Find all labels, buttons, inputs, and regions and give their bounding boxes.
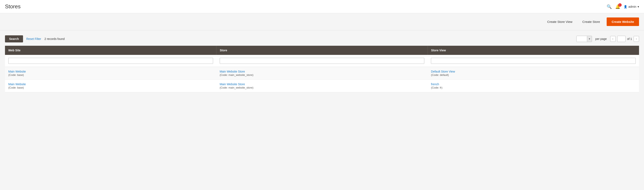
pagination: 20 ▾ per page ‹ 1 of 1 › [576, 36, 639, 42]
per-page-input[interactable]: 20 [576, 36, 587, 42]
website-link[interactable]: Main Website [8, 70, 213, 73]
create-store-view-button[interactable]: Create Store View [544, 18, 576, 26]
search-icon: 🔍 [607, 4, 612, 9]
website-filter-input[interactable] [8, 58, 213, 64]
col-store-view: Store View [428, 46, 639, 55]
store-view-filter-input[interactable] [431, 58, 636, 64]
store-view-code: (Code: default) [431, 73, 449, 77]
store-code: (Code: main_website_store) [220, 86, 254, 89]
store-view-code: (Code: fr) [431, 86, 442, 89]
next-page-button[interactable]: › [634, 36, 639, 42]
website-cell: Main Website (Code: base) [5, 67, 216, 80]
notification-badge: 1 [618, 3, 622, 7]
website-code: (Code: base) [8, 73, 24, 77]
page-title: Stores [5, 3, 20, 10]
col-store: Store [216, 46, 428, 55]
filter-left: Search Reset Filter 2 records found [5, 35, 65, 42]
website-link[interactable]: Main Website [8, 83, 213, 86]
per-page-dropdown-button[interactable]: ▾ [587, 36, 592, 42]
website-cell: Main Website (Code: base) [5, 80, 216, 92]
action-bar: Create Store View Create Store Create We… [0, 13, 644, 30]
reset-filter-button[interactable]: Reset Filter [26, 37, 41, 41]
page-header: Stores 🔍 🔔 1 👤 admin ▾ [0, 0, 644, 13]
main-content: Search Reset Filter 2 records found 20 ▾… [0, 30, 644, 97]
per-page-select-wrap: 20 ▾ [576, 36, 592, 42]
store-cell: Main Website Store (Code: main_website_s… [216, 80, 428, 92]
store-code: (Code: main_website_store) [220, 73, 254, 77]
table-row: Main Website (Code: base) Main Website S… [5, 80, 639, 92]
admin-menu-button[interactable]: 👤 admin ▾ [624, 5, 639, 8]
filter-bar: Search Reset Filter 2 records found 20 ▾… [5, 35, 639, 42]
of-label: of 1 [627, 37, 632, 41]
create-website-button[interactable]: Create Website [607, 18, 639, 26]
notification-icon-button[interactable]: 🔔 1 [615, 4, 620, 9]
admin-label: admin [628, 5, 636, 8]
store-view-cell: french (Code: fr) [428, 80, 639, 92]
records-found: 2 records found [44, 37, 64, 41]
store-view-link[interactable]: french [431, 83, 636, 86]
table-header-row: Web Site Store Store View [5, 46, 639, 55]
per-page-label: per page [595, 37, 607, 41]
website-code: (Code: base) [8, 86, 24, 89]
search-icon-button[interactable]: 🔍 [607, 4, 612, 9]
store-view-link[interactable]: Default Store View [431, 70, 636, 73]
create-store-button[interactable]: Create Store [579, 18, 603, 26]
store-filter-input[interactable] [220, 58, 424, 64]
store-link[interactable]: Main Website Store [220, 83, 424, 86]
store-cell: Main Website Store (Code: main_website_s… [216, 67, 428, 80]
page-number-input[interactable]: 1 [617, 36, 626, 42]
table-filter-row [5, 55, 639, 67]
store-view-cell: Default Store View (Code: default) [428, 67, 639, 80]
prev-page-button[interactable]: ‹ [610, 36, 616, 42]
chevron-down-icon: ▾ [638, 5, 639, 8]
header-icons: 🔍 🔔 1 👤 admin ▾ [607, 4, 639, 9]
search-button[interactable]: Search [5, 35, 23, 42]
user-icon: 👤 [624, 5, 627, 8]
store-link[interactable]: Main Website Store [220, 70, 424, 73]
table-row: Main Website (Code: base) Main Website S… [5, 67, 639, 80]
col-website: Web Site [5, 46, 216, 55]
stores-table: Web Site Store Store View Main Website (… [5, 46, 639, 92]
